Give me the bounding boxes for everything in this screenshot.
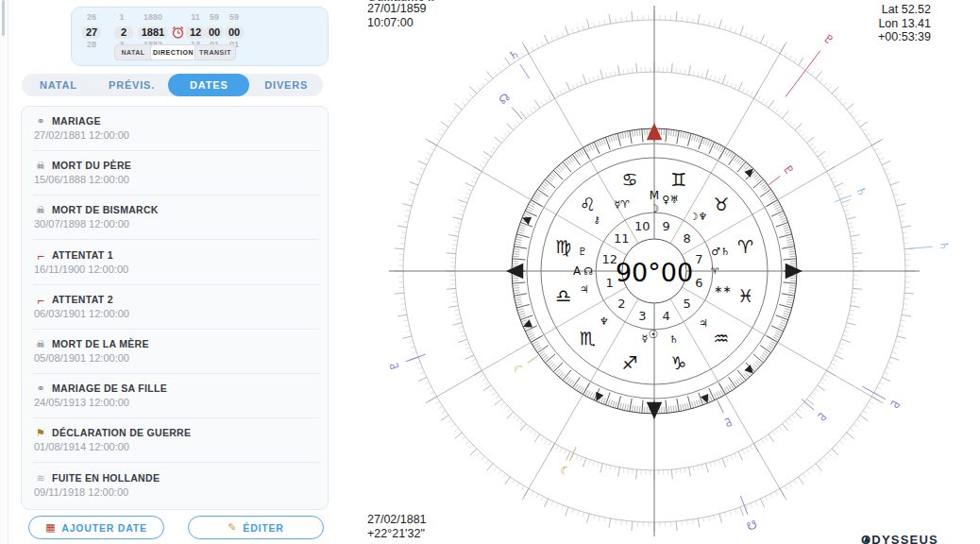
tab-divers[interactable]: DIVERS xyxy=(249,74,323,96)
event-item[interactable]: ⚭ MARIAGE 27/02/1881 12:00:00 xyxy=(22,107,328,151)
svg-text:☿: ☿ xyxy=(642,332,649,345)
svg-text:☊: ☊ xyxy=(497,91,513,108)
add-date-button[interactable]: ▦AJOUTER DATE xyxy=(28,516,164,539)
svg-text:6: 6 xyxy=(695,276,702,290)
svg-text:7: 7 xyxy=(695,252,702,266)
event-item[interactable]: ☠ MORT DE LA MÈRE 05/08/1901 12:00:00 xyxy=(22,330,328,374)
svg-text:♄: ♄ xyxy=(937,240,951,251)
event-title: MORT DE BISMARCK xyxy=(52,204,159,215)
chart-date-time: 27/01/185910:07:00 xyxy=(367,2,427,29)
svg-text:2: 2 xyxy=(617,297,625,311)
tab-bar: NATALPRÉVIS.DATESDIVERS xyxy=(22,74,323,96)
alarm-clock-icon xyxy=(171,26,185,40)
skull-icon: ☠ xyxy=(34,204,47,216)
event-datetime: 30/07/1898 12:00:00 xyxy=(34,218,129,230)
event-datetime: 15/06/1888 12:00:00 xyxy=(34,174,129,185)
event-datetime: 05/08/1901 12:00:00 xyxy=(34,352,129,364)
svg-text:♐: ♐ xyxy=(622,352,638,373)
svg-text:9: 9 xyxy=(663,219,670,233)
event-item[interactable]: ⌐ ATTENTAT 2 06/03/1901 12:00:00 xyxy=(22,285,328,330)
svg-text:8: 8 xyxy=(684,231,691,246)
svg-text:♌: ♌ xyxy=(580,194,596,214)
svg-text:3: 3 xyxy=(638,309,646,323)
svg-text:☽: ☽ xyxy=(558,462,573,478)
wedding-rings-icon: ⚭ xyxy=(34,382,47,395)
svg-text:☊: ☊ xyxy=(745,517,759,533)
event-item[interactable]: ⌐ ATTENTAT 1 16/11/1900 12:00:00 xyxy=(22,241,328,285)
svg-text:☉: ☉ xyxy=(648,328,658,341)
event-title: MARIAGE xyxy=(52,115,101,127)
event-title: ATTENTAT 2 xyxy=(52,294,113,305)
svg-text:♇: ♇ xyxy=(820,31,836,48)
wind-flee-icon: ≋ xyxy=(34,472,47,484)
svg-text:♄: ♄ xyxy=(669,333,679,346)
picker-column-day[interactable]: 26 27 28 xyxy=(80,12,103,50)
tab-natal[interactable]: NATAL xyxy=(22,74,95,96)
tab-prvis[interactable]: PRÉVIS. xyxy=(95,74,169,96)
svg-text:4: 4 xyxy=(663,309,670,323)
svg-text:♋: ♋ xyxy=(622,169,638,190)
event-datetime: 09/11/1918 12:00:00 xyxy=(34,486,128,498)
svg-text:♃: ♃ xyxy=(699,317,708,330)
skull-icon: ☠ xyxy=(34,338,47,350)
event-item[interactable]: ☠ MORT DU PÈRE 15/06/1888 12:00:00 xyxy=(22,151,328,196)
svg-text:♉: ♉ xyxy=(713,194,729,214)
svg-text:☽♆: ☽♆ xyxy=(689,211,708,223)
svg-text:10: 10 xyxy=(634,219,651,233)
mode-natal[interactable]: NATAL xyxy=(114,44,152,60)
svg-text:∗∗: ∗∗ xyxy=(714,283,731,296)
svg-text:☿♈: ☿♈ xyxy=(614,198,630,211)
event-item[interactable]: ☠ MORT DE BISMARCK 30/07/1898 12:00:00 xyxy=(22,196,328,240)
wedding-rings-icon: ⚭ xyxy=(34,115,47,128)
picker-value-year[interactable]: 1881 xyxy=(138,26,168,39)
picker-value-month[interactable]: 2 xyxy=(114,26,133,39)
war-flag-icon: ⚑ xyxy=(34,427,47,439)
event-item[interactable]: ⚑ DÉCLARATION DE GUERRE 01/08/1914 12:00… xyxy=(22,418,328,463)
svg-text:☽: ☽ xyxy=(511,362,528,378)
picker-value-minute[interactable]: 00 xyxy=(205,26,224,39)
picker-value-second[interactable]: 00 xyxy=(225,26,244,39)
svg-text:⚷: ⚷ xyxy=(593,214,600,225)
svg-text:♃: ♃ xyxy=(580,283,589,296)
svg-text:90°00: 90°00 xyxy=(616,258,693,287)
edit-button[interactable]: ✎ÉDITER xyxy=(188,516,324,539)
svg-text:♇: ♇ xyxy=(780,162,797,178)
event-datetime: 06/03/1901 12:00:00 xyxy=(34,308,129,319)
left-rail xyxy=(0,0,8,544)
svg-text:♇: ♇ xyxy=(386,359,402,373)
mode-transit[interactable]: TRANSIT xyxy=(194,44,236,60)
svg-text:♓: ♓ xyxy=(737,285,753,306)
svg-text:♈: ♈ xyxy=(711,266,719,276)
calendar-icon: ▦ xyxy=(45,521,56,534)
mode-direction[interactable]: DIRECTION xyxy=(150,44,196,60)
pencil-icon: ✎ xyxy=(228,521,237,534)
event-datetime: 01/08/1914 12:00:00 xyxy=(34,441,129,452)
svg-text:♇: ♇ xyxy=(720,414,735,430)
skull-icon: ☠ xyxy=(34,160,47,172)
event-title: DÉCLARATION DE GUERRE xyxy=(52,427,191,438)
logo-o-icon: O xyxy=(861,533,871,544)
event-title: ATTENTAT 1 xyxy=(52,249,113,261)
svg-text:A: A xyxy=(573,264,582,278)
svg-text:♑: ♑ xyxy=(670,352,686,373)
svg-text:♈: ♈ xyxy=(737,236,753,257)
pistol-icon: ⌐ xyxy=(34,249,47,264)
svg-text:♎: ♎ xyxy=(555,285,571,306)
svg-text:♊: ♊ xyxy=(670,169,686,190)
scrollbar-thumb[interactable] xyxy=(2,0,5,36)
svg-text:♇: ♇ xyxy=(814,409,831,425)
svg-text:♍: ♍ xyxy=(555,236,571,257)
picker-value-day[interactable]: 27 xyxy=(82,26,101,39)
svg-text:11: 11 xyxy=(614,231,630,246)
svg-text:♀♅: ♀♅ xyxy=(662,194,679,206)
event-title: FUITE EN HOLLANDE xyxy=(52,472,160,484)
event-datetime: 24/05/1913 12:00:00 xyxy=(34,397,129,408)
event-title: MORT DU PÈRE xyxy=(52,160,131,171)
date-picker: 26 27 281 2 31880 1881 188211 12 1359 00… xyxy=(71,7,329,66)
event-item[interactable]: ≋ FUITE EN HOLLANDE 09/11/1918 12:00:00 xyxy=(22,464,328,508)
event-title: MARIAGE DE SA FILLE xyxy=(52,382,167,394)
event-item[interactable]: ⚭ MARIAGE DE SA FILLE 24/05/1913 12:00:0… xyxy=(22,374,328,418)
svg-text:♄: ♄ xyxy=(506,46,522,63)
odysseus-logo: ODYSSEUS xyxy=(861,533,938,544)
tab-dates[interactable]: DATES xyxy=(168,74,249,96)
